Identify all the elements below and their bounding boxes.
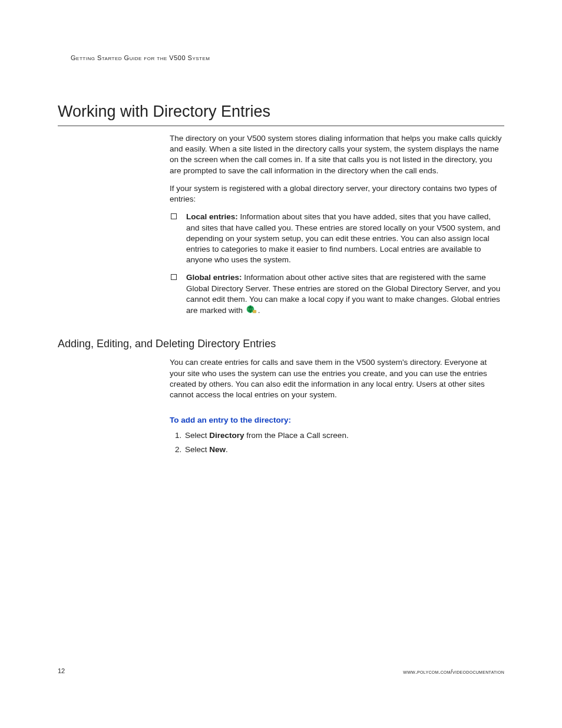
step-text-bold: Directory — [209, 431, 244, 440]
section-title: Working with Directory Entries — [58, 103, 504, 126]
section-body: The directory on your V500 system stores… — [170, 133, 504, 317]
page-footer: 12 www.polycom.com/videodocumentation — [58, 667, 504, 675]
entry-types-list: Local entries: Information about sites t… — [170, 212, 504, 317]
task-heading: To add an entry to the directory: — [170, 416, 504, 424]
intro-paragraph-1: The directory on your V500 system stores… — [170, 133, 504, 176]
svg-rect-1 — [253, 310, 256, 313]
globe-icon — [246, 305, 257, 317]
subsection-title: Adding, Editing, and Deleting Directory … — [58, 338, 504, 350]
list-item: Local entries: Information about sites t… — [170, 212, 504, 265]
step-text-bold: New — [209, 445, 226, 454]
list-item: Global entries: Information about other … — [170, 272, 504, 317]
footer-url: www.polycom.com/videodocumentation — [403, 667, 504, 675]
page-number: 12 — [58, 667, 65, 674]
step-item: Select New. — [184, 444, 504, 455]
bullet-label: Global entries: — [186, 273, 242, 282]
bullet-text-after: . — [258, 306, 260, 315]
subsection-paragraph: You can create entries for calls and sav… — [170, 357, 504, 400]
subsection-body: You can create entries for calls and sav… — [170, 357, 504, 455]
step-item: Select Directory from the Place a Call s… — [184, 430, 504, 441]
step-text-post: from the Place a Call screen. — [244, 431, 349, 440]
step-text-post: . — [226, 445, 228, 454]
running-head: Getting Started Guide for the V500 Syste… — [71, 54, 504, 61]
intro-paragraph-2: If your system is registered with a glob… — [170, 183, 504, 205]
step-text-pre: Select — [185, 431, 209, 440]
page: Getting Started Guide for the V500 Syste… — [0, 0, 562, 728]
step-text-pre: Select — [185, 445, 209, 454]
bullet-label: Local entries: — [186, 212, 238, 221]
steps-list: Select Directory from the Place a Call s… — [170, 430, 504, 455]
